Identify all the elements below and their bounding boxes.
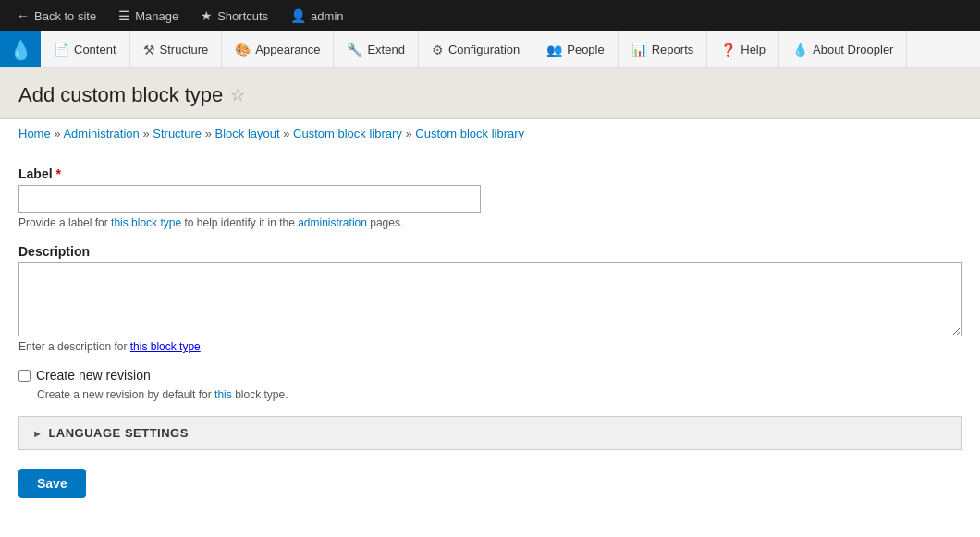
breadcrumb: Home » Administration » Structure » Bloc… bbox=[0, 119, 980, 148]
nav-content[interactable]: 📄 Content bbox=[41, 31, 130, 67]
revision-help-link[interactable]: this bbox=[214, 388, 232, 401]
people-icon: 👥 bbox=[546, 43, 562, 57]
menu-icon: ☰ bbox=[118, 8, 130, 23]
nav-reports[interactable]: 📊 Reports bbox=[619, 31, 708, 67]
language-settings-header[interactable]: ► LANGUAGE SETTINGS bbox=[19, 417, 961, 449]
nav-reports-label: Reports bbox=[652, 43, 694, 56]
nav-extend-label: Extend bbox=[367, 43, 404, 56]
language-settings-accordion: ► LANGUAGE SETTINGS bbox=[18, 416, 962, 450]
nav-structure[interactable]: ⚒ Structure bbox=[130, 31, 223, 67]
label-help-link-admin[interactable]: administration bbox=[298, 216, 367, 229]
breadcrumb-block-layout[interactable]: Block layout bbox=[215, 127, 280, 140]
back-to-site-label: Back to site bbox=[34, 9, 96, 23]
nav-appearance[interactable]: 🎨 Appearance bbox=[222, 31, 334, 67]
reports-icon: 📊 bbox=[631, 43, 647, 57]
revision-field-group: Create new revision Create a new revisio… bbox=[18, 368, 962, 401]
nav-about-label: About Droopler bbox=[813, 43, 893, 56]
main-content: Label * Provide a label for this block t… bbox=[0, 148, 980, 517]
description-field-label: Description bbox=[18, 244, 962, 259]
admin-label: admin bbox=[311, 9, 343, 23]
nav-content-label: Content bbox=[74, 43, 116, 56]
description-textarea[interactable] bbox=[18, 262, 962, 336]
revision-checkbox-label[interactable]: Create new revision bbox=[36, 368, 151, 383]
revision-help-text: Create a new revision by default for thi… bbox=[37, 388, 962, 401]
secondary-nav: 💧 📄 Content ⚒ Structure 🎨 Appearance 🔧 E… bbox=[0, 31, 980, 68]
back-to-site-button[interactable]: ← Back to site bbox=[7, 0, 105, 31]
label-help-link-block-type[interactable]: this block type bbox=[111, 216, 181, 229]
nav-structure-label: Structure bbox=[160, 43, 209, 56]
shortcuts-label: Shortcuts bbox=[217, 9, 268, 23]
about-icon: 💧 bbox=[792, 43, 808, 57]
required-indicator: * bbox=[55, 166, 60, 181]
appearance-icon: 🎨 bbox=[235, 43, 251, 57]
structure-icon: ⚒ bbox=[143, 43, 155, 57]
breadcrumb-custom-block-library-2[interactable]: Custom block library bbox=[415, 127, 524, 140]
nav-configuration-label: Configuration bbox=[448, 43, 520, 56]
back-arrow-icon: ← bbox=[17, 8, 30, 23]
manage-label: Manage bbox=[135, 9, 178, 23]
nav-help-label: Help bbox=[741, 43, 766, 56]
nav-people-label: People bbox=[567, 43, 604, 56]
description-help-text: Enter a description for this block type. bbox=[18, 340, 962, 353]
extend-icon: 🔧 bbox=[347, 43, 362, 57]
breadcrumb-custom-block-library-1[interactable]: Custom block library bbox=[293, 127, 402, 140]
nav-people[interactable]: 👥 People bbox=[533, 31, 618, 67]
admin-toolbar: ← Back to site ☰ Manage ★ Shortcuts 👤 ad… bbox=[0, 0, 980, 31]
page-header: Add custom block type ☆ bbox=[0, 68, 980, 119]
nav-about[interactable]: 💧 About Droopler bbox=[779, 31, 907, 67]
label-field-label: Label * bbox=[18, 166, 962, 181]
nav-help[interactable]: ❓ Help bbox=[707, 31, 779, 67]
description-field-group: Description Enter a description for this… bbox=[18, 244, 962, 353]
label-input[interactable] bbox=[18, 185, 481, 213]
breadcrumb-home[interactable]: Home bbox=[18, 127, 51, 140]
shortcuts-button[interactable]: ★ Shortcuts bbox=[191, 0, 277, 31]
star-icon: ★ bbox=[201, 8, 213, 23]
nav-extend[interactable]: 🔧 Extend bbox=[334, 31, 418, 67]
drupal-logo[interactable]: 💧 bbox=[0, 31, 41, 67]
label-field-group: Label * Provide a label for this block t… bbox=[18, 166, 962, 229]
save-button[interactable]: Save bbox=[18, 469, 86, 498]
language-settings-label: LANGUAGE SETTINGS bbox=[48, 426, 189, 440]
help-icon: ❓ bbox=[720, 43, 736, 57]
page-title-text: Add custom block type bbox=[18, 83, 223, 107]
manage-menu-button[interactable]: ☰ Manage bbox=[109, 0, 188, 31]
configuration-icon: ⚙ bbox=[432, 43, 444, 57]
content-icon: 📄 bbox=[54, 43, 69, 57]
description-help-link[interactable]: this block type bbox=[130, 340, 201, 353]
label-help-text: Provide a label for this block type to h… bbox=[18, 216, 962, 229]
user-icon: 👤 bbox=[290, 8, 306, 23]
nav-configuration[interactable]: ⚙ Configuration bbox=[419, 31, 533, 67]
favorite-star-icon[interactable]: ☆ bbox=[230, 85, 245, 105]
breadcrumb-administration[interactable]: Administration bbox=[63, 127, 139, 140]
page-title: Add custom block type ☆ bbox=[18, 83, 962, 107]
admin-user-button[interactable]: 👤 admin bbox=[281, 0, 352, 31]
revision-checkbox[interactable] bbox=[18, 370, 31, 382]
accordion-arrow-icon: ► bbox=[32, 428, 43, 439]
nav-appearance-label: Appearance bbox=[255, 43, 320, 56]
breadcrumb-structure[interactable]: Structure bbox=[153, 127, 202, 140]
